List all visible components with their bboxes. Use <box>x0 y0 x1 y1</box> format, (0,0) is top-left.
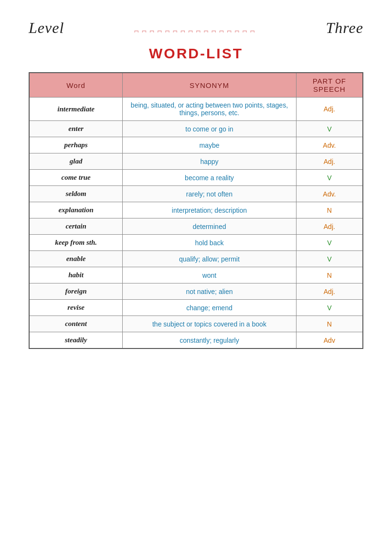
table-row: revisechange; emendV <box>29 300 363 316</box>
table-row: seldomrarely; not oftenAdv. <box>29 186 363 202</box>
pos-cell: Adv <box>296 332 363 349</box>
word-cell: explanation <box>29 202 123 218</box>
word-cell: revise <box>29 300 123 316</box>
synonym-cell: change; emend <box>123 300 296 316</box>
synonym-cell: the subject or topics covered in a book <box>123 316 296 332</box>
table-row: intermediatebeing, situated, or acting b… <box>29 98 363 121</box>
level-label: Level <box>29 19 64 37</box>
pos-cell: Adj. <box>296 98 363 121</box>
synonym-cell: become a reality <box>123 170 296 186</box>
three-label: Three <box>326 19 363 37</box>
synonym-cell: constantly; regularly <box>123 332 296 349</box>
pos-cell: Adv. <box>296 186 363 202</box>
word-cell: certain <box>29 218 123 235</box>
table-row: steadilyconstantly; regularlyAdv <box>29 332 363 349</box>
pos-cell: N <box>296 316 363 332</box>
word-cell: content <box>29 316 123 332</box>
word-cell: seldom <box>29 186 123 202</box>
table-row: enterto come or go inV <box>29 121 363 137</box>
pos-cell: Adv. <box>296 137 363 153</box>
pos-cell: V <box>296 251 363 267</box>
table-row: gladhappyAdj. <box>29 153 363 170</box>
word-cell: enter <box>29 121 123 137</box>
pos-cell: V <box>296 300 363 316</box>
word-cell: intermediate <box>29 98 123 121</box>
col-header-word: Word <box>29 73 123 98</box>
table-row: certaindeterminedAdj. <box>29 218 363 235</box>
pos-cell: V <box>296 170 363 186</box>
table-row: habitwontN <box>29 267 363 283</box>
pos-cell: V <box>296 121 363 137</box>
synonym-cell: happy <box>123 153 296 170</box>
page-title: WORD-LIST <box>149 45 243 62</box>
word-cell: steadily <box>29 332 123 349</box>
col-header-synonym: SYNONYM <box>123 73 296 98</box>
word-cell: enable <box>29 251 123 267</box>
synonym-cell: interpretation; description <box>123 202 296 218</box>
pos-cell: V <box>296 235 363 251</box>
word-cell: perhaps <box>29 137 123 153</box>
pos-cell: Adj. <box>296 218 363 235</box>
synonym-cell: qualify; allow; permit <box>123 251 296 267</box>
word-cell: glad <box>29 153 123 170</box>
table-row: perhapsmaybeAdv. <box>29 137 363 153</box>
word-cell: foreign <box>29 283 123 300</box>
synonym-cell: wont <box>123 267 296 283</box>
table-row: explanationinterpretation; descriptionN <box>29 202 363 218</box>
pos-cell: Adj. <box>296 153 363 170</box>
col-header-pos: PART OF SPEECH <box>296 73 363 98</box>
synonym-cell: determined <box>123 218 296 235</box>
table-row: foreignnot native; alienAdj. <box>29 283 363 300</box>
pos-cell: N <box>296 202 363 218</box>
table-row: contentthe subject or topics covered in … <box>29 316 363 332</box>
table-header-row: Word SYNONYM PART OF SPEECH <box>29 73 363 98</box>
synonym-cell: maybe <box>123 137 296 153</box>
word-cell: come true <box>29 170 123 186</box>
synonym-cell: being, situated, or acting between two p… <box>123 98 296 121</box>
synonym-cell: hold back <box>123 235 296 251</box>
word-cell: habit <box>29 267 123 283</box>
synonym-cell: not native; alien <box>123 283 296 300</box>
table-row: come truebecome a realityV <box>29 170 363 186</box>
synonym-cell: to come or go in <box>123 121 296 137</box>
word-table: Word SYNONYM PART OF SPEECH intermediate… <box>29 72 363 349</box>
word-cell: keep from sth. <box>29 235 123 251</box>
header-decoration <box>69 24 321 33</box>
synonym-cell: rarely; not often <box>123 186 296 202</box>
page-header: Level Three <box>29 19 363 37</box>
table-row: enablequalify; allow; permitV <box>29 251 363 267</box>
pos-cell: Adj. <box>296 283 363 300</box>
table-row: keep from sth.hold backV <box>29 235 363 251</box>
pos-cell: N <box>296 267 363 283</box>
